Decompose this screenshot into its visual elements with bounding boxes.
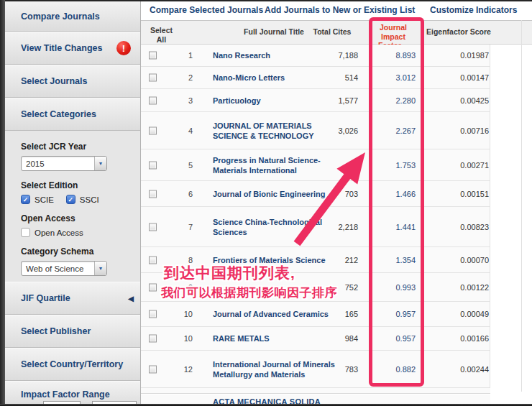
row-checkbox[interactable] <box>149 310 157 318</box>
row-checkbox[interactable] <box>149 126 157 134</box>
rank-value: 3 <box>162 96 193 105</box>
total-cites-value: 212 <box>303 256 358 264</box>
eigenfactor-value: 0.00049 <box>443 310 489 318</box>
sidebar-item-select-categories[interactable]: Select Categories <box>5 98 140 131</box>
sidebar-item-compare-journals[interactable]: Compare Journals <box>5 1 140 32</box>
open-access-label: Open Access <box>21 213 140 223</box>
eigenfactor-value: 0.00271 <box>443 161 489 170</box>
total-cites-value: 2,218 <box>303 223 358 231</box>
sidebar-item-view-title-changes[interactable]: View Title Changes ! <box>5 32 140 65</box>
jcr-year-select[interactable]: 2015 ▼ <box>21 156 107 171</box>
impact-factor-value: 0.957 <box>367 334 416 343</box>
jcr-year-label: Select JCR Year <box>21 142 140 152</box>
impact-factor-value: 2.280 <box>367 96 416 105</box>
rank-value: 6 <box>162 190 193 198</box>
impact-factor-value: 3.012 <box>367 73 416 82</box>
chevron-down-icon: ▼ <box>94 157 106 170</box>
impact-factor-value: 1.753 <box>367 161 416 170</box>
eigenfactor-value: 0.00425 <box>443 96 489 105</box>
total-cites-value: 514 <box>303 73 358 82</box>
total-cites-value: 165 <box>303 310 358 318</box>
add-journals-to-list-link[interactable]: Add Journals to New or Existing List <box>265 5 415 15</box>
impact-factor-value: 0.957 <box>367 310 416 318</box>
total-cites-value: 3,026 <box>303 126 358 135</box>
total-cites-value: 783 <box>303 365 358 374</box>
sidebar-item-select-publisher[interactable]: Select Publisher <box>5 315 140 348</box>
ssci-label: SSCI <box>80 195 99 204</box>
table-row: 4 JOURNAL OF MATERIALS SCIENCE & TECHNOL… <box>141 112 490 149</box>
check-icon: ✓ <box>68 196 74 203</box>
table-row: 10 RARE METALS 984 0.957 0.00166 <box>141 327 490 351</box>
open-access-options: ✓ Open Access <box>21 228 140 237</box>
scie-checkbox[interactable]: ✓ <box>21 195 30 204</box>
total-cites-value: 703 <box>303 190 358 198</box>
total-cites-value: 1,577 <box>303 96 358 105</box>
total-cites-value: 984 <box>303 334 358 343</box>
eigenfactor-value: 0.00122 <box>443 283 489 292</box>
scie-label: SCIE <box>35 195 54 204</box>
alert-badge-icon: ! <box>116 41 131 55</box>
total-cites-value: 98 <box>303 161 358 170</box>
open-access-option-label: Open Access <box>35 229 83 237</box>
annotation-text-line2: 我们可以根据期刊影响因子排序 <box>161 285 337 301</box>
sidebar-item-label: JIF Quartile <box>21 293 70 303</box>
impact-factor-value: 1.441 <box>367 223 416 231</box>
check-icon: ✓ <box>23 196 29 203</box>
table-row: 3 Particuology 1,577 2.280 0.00425 <box>141 89 490 112</box>
sidebar-item-label: Select Categories <box>21 109 96 119</box>
table-row: 10 Journal of Advanced Ceramics 165 0.95… <box>141 302 490 327</box>
eigenfactor-value: 0.00823 <box>443 223 489 231</box>
sidebar-item-select-journals[interactable]: Select Journals <box>5 65 140 98</box>
customize-indicators-link[interactable]: Customize Indicators <box>430 5 517 15</box>
open-access-checkbox[interactable]: ✓ <box>21 228 30 237</box>
row-checkbox[interactable] <box>149 223 157 231</box>
sidebar-item-label: Compare Journals <box>21 11 100 22</box>
row-checkbox[interactable] <box>149 190 157 198</box>
impact-factor-value: 1.354 <box>367 256 416 264</box>
eigenfactor-value: 0.00147 <box>443 73 489 82</box>
row-checkbox[interactable] <box>149 96 157 104</box>
table-row: 12 International Journal of Minerals Met… <box>141 351 490 388</box>
window-left-edge <box>0 0 5 406</box>
eigenfactor-value: 0.01987 <box>443 51 489 60</box>
check-icon: ✓ <box>23 229 29 236</box>
impact-factor-value: 0.993 <box>367 283 416 292</box>
table-row: 5 Progress in Natural Science-Materials … <box>141 149 490 181</box>
annotation-text-line1: 到达中国期刊列表, <box>164 263 295 283</box>
sidebar: Compare Journals View Title Changes ! Se… <box>5 1 141 406</box>
row-checkbox[interactable] <box>149 365 157 373</box>
eigenfactor-value: 0.00244 <box>443 365 489 374</box>
sidebar-item-label: Select Country/Territory <box>21 359 123 369</box>
sidebar-item-label: Impact Factor Range <box>21 389 110 400</box>
row-checkbox[interactable] <box>149 74 157 82</box>
row-checkbox[interactable] <box>149 283 157 291</box>
filter-panel: Select JCR Year 2015 ▼ Select Edition ✓ … <box>5 131 140 282</box>
row-checkbox[interactable] <box>149 161 157 169</box>
sidebar-item-select-country[interactable]: Select Country/Territory <box>5 348 140 381</box>
eigenfactor-value: 0.00166 <box>443 334 489 343</box>
rank-value: 5 <box>162 161 193 170</box>
rank-value: 7 <box>162 223 193 231</box>
eigenfactor-score-header[interactable]: Eigenfactor Score <box>426 27 527 37</box>
category-schema-select[interactable]: Web of Science ▼ <box>21 261 107 276</box>
table-header: Select All Full Journal Title Total Cite… <box>141 20 532 45</box>
sidebar-item-jif-quartile[interactable]: JIF Quartile ◀ <box>5 282 140 315</box>
eigenfactor-value: 0.00151 <box>443 190 489 198</box>
row-checkbox[interactable] <box>149 335 157 343</box>
ssci-checkbox[interactable]: ✓ <box>66 195 75 204</box>
compare-selected-journals-link[interactable]: Compare Selected Journals <box>150 5 263 15</box>
impact-factor-value: 8.893 <box>367 51 416 60</box>
window-top-edge <box>0 0 532 1</box>
sidebar-item-label: Select Journals <box>21 76 87 86</box>
row-checkbox[interactable] <box>149 52 157 60</box>
table-body: 1 Nano Research 7,188 8.893 0.01987 2 Na… <box>141 45 490 388</box>
edition-options: ✓ SCIE ✓ SSCI <box>21 195 140 204</box>
table-row: 7 Science China-Technological Sciences 2… <box>141 207 490 247</box>
total-cites-header[interactable]: Total Cites <box>306 27 358 37</box>
jcr-journal-list-screen: Compare Journals View Title Changes ! Se… <box>0 0 532 406</box>
chevron-down-icon: ▼ <box>94 262 106 275</box>
row-checkbox[interactable] <box>149 256 157 264</box>
collapse-left-icon: ◀ <box>128 295 134 303</box>
table-row: 6 Journal of Bionic Engineering 703 1.46… <box>141 181 490 207</box>
eigenfactor-value: 0.00716 <box>443 126 489 135</box>
